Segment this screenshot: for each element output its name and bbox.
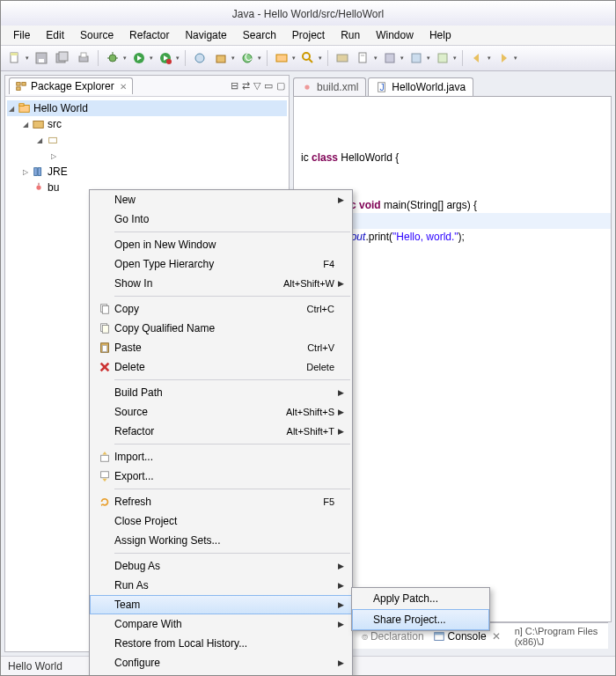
new-java-class-button[interactable] [191,49,209,67]
dropdown-arrow-icon[interactable]: ▾ [488,55,491,62]
context-menu-item[interactable]: RefreshF5 [90,492,352,511]
context-menu-item[interactable]: PasteCtrl+V [90,338,352,357]
dropdown-arrow-icon[interactable]: ▾ [374,55,378,62]
collapse-all-icon[interactable]: ⊟ [231,80,238,92]
generic-button[interactable] [434,49,451,67]
expand-icon[interactable]: ▷ [21,168,30,176]
open-type-button[interactable] [273,49,290,67]
close-icon[interactable]: ✕ [492,630,501,643]
editor-tab-buildxml[interactable]: build.xml [293,77,366,96]
context-menu-item[interactable]: Assign Working Sets... [90,531,352,550]
run-last-button[interactable] [157,49,174,67]
dropdown-arrow-icon[interactable]: ▾ [292,55,296,62]
menu-run[interactable]: Run [334,27,367,43]
menu-file[interactable]: File [6,27,37,43]
context-menu-item[interactable]: Configure▶ [90,653,352,672]
dropdown-arrow-icon[interactable]: ▾ [176,55,180,62]
svg-rect-3 [39,59,44,62]
dropdown-arrow-icon[interactable]: ▾ [150,55,153,62]
dropdown-arrow-icon[interactable]: ▾ [26,55,29,62]
context-menu-item[interactable]: Open in New Window [90,235,352,254]
dropdown-arrow-icon[interactable]: ▾ [231,55,235,62]
maximize-icon[interactable]: ▢ [276,80,285,92]
context-menu-item[interactable]: New▶ [90,190,352,209]
tree-package[interactable]: ◢ [7,132,287,148]
main-area: Package Explorer ✕ ⊟ ⇄ ▽ ▭ ▢ ◢ Hello Wor… [1,71,615,656]
view-menu-icon[interactable]: ▽ [253,80,260,92]
menu-window[interactable]: Window [369,27,421,43]
context-menu-item[interactable]: Export... [90,467,352,486]
submenu-item[interactable]: Apply Patch... [352,588,489,609]
menu-item-label: Debug As [114,560,334,572]
context-menu-item[interactable]: Compare With▶ [90,614,352,634]
context-menu-item[interactable]: Copy Qualified Name [90,319,352,338]
dropdown-arrow-icon[interactable]: ▾ [400,55,404,62]
link-editor-icon[interactable]: ⇄ [242,80,250,92]
minimize-icon[interactable]: ▭ [264,80,273,92]
dropdown-arrow-icon[interactable]: ▾ [453,55,457,62]
context-menu-item[interactable]: Go Into [90,209,352,229]
svg-rect-40 [38,168,41,176]
close-icon[interactable]: ✕ [120,82,127,92]
expand-icon[interactable]: ◢ [21,121,30,129]
context-menu-item[interactable]: RefactorAlt+Shift+T▶ [90,422,352,441]
save-button[interactable] [33,49,50,67]
back-button[interactable] [468,49,486,67]
context-menu-item[interactable]: Restore from Local History... [90,634,352,653]
context-menu-item[interactable]: Close Project [90,511,352,531]
dropdown-arrow-icon[interactable]: ▾ [319,55,322,62]
context-menu-item[interactable]: Run As▶ [90,576,352,595]
debug-button[interactable] [104,49,121,67]
context-menu-item[interactable]: DeleteDelete [90,357,352,377]
context-menu-item[interactable]: Open Type HierarchyF4 [90,254,352,274]
svg-rect-33 [22,83,26,86]
generic-button[interactable] [407,49,425,67]
menu-refactor[interactable]: Refactor [122,27,176,43]
new-package-button[interactable] [212,49,230,67]
forward-button[interactable] [495,49,512,67]
context-menu-item[interactable]: CopyCtrl+C [90,299,352,319]
context-menu-item[interactable]: SourceAlt+Shift+S▶ [90,402,352,422]
context-menu-item[interactable]: Debug As▶ [90,556,352,576]
search-button[interactable] [299,49,317,67]
tree-item[interactable]: ▷ [7,148,287,164]
context-menu-item[interactable]: Team▶ [90,595,352,614]
run-button[interactable] [130,49,148,67]
context-menu-item[interactable]: Build Path▶ [90,383,352,402]
submenu-item[interactable]: Share Project... [352,609,489,630]
expand-icon[interactable]: ◢ [7,105,16,113]
expand-icon[interactable]: ▷ [49,152,58,160]
dropdown-arrow-icon[interactable]: ▾ [427,55,430,62]
svg-rect-38 [49,137,57,143]
tree-src[interactable]: ◢ src [7,116,287,132]
format-button[interactable] [355,49,372,67]
menu-source[interactable]: Source [73,27,121,43]
dropdown-arrow-icon[interactable]: ▾ [123,55,127,62]
menu-search[interactable]: Search [236,27,283,43]
svg-text:C: C [245,51,253,63]
tab-declaration[interactable]: ⌾Declaration [362,630,424,643]
tree-jre-label: JRE [48,165,68,178]
print-button[interactable] [75,49,92,67]
tab-console[interactable]: Console ✕ [433,630,501,643]
new-button[interactable] [6,49,24,67]
menu-help[interactable]: Help [422,27,458,43]
toggle-button[interactable] [334,49,351,67]
project-tree[interactable]: ◢ Hello World ◢ src ◢ ▷ ▷ JRE [5,97,289,199]
menu-navigate[interactable]: Navigate [178,27,233,43]
tree-project[interactable]: ◢ Hello World [7,100,287,116]
dropdown-arrow-icon[interactable]: ▾ [258,55,261,62]
dropdown-arrow-icon[interactable]: ▾ [514,55,517,62]
menu-project[interactable]: Project [285,27,332,43]
context-menu-item[interactable]: Show InAlt+Shift+W▶ [90,274,352,293]
new-class-button[interactable]: C [238,49,256,67]
package-explorer-tab[interactable]: Package Explorer ✕ [9,77,133,94]
context-menu-item[interactable]: Import... [90,447,352,467]
editor-tab-helloworld[interactable]: J HelloWorld.java [368,77,473,96]
svg-rect-56 [101,455,109,461]
tree-jre[interactable]: ▷ JRE [7,164,287,180]
expand-icon[interactable]: ◢ [35,136,44,144]
save-all-button[interactable] [54,49,71,67]
generic-button[interactable] [381,49,399,67]
menu-edit[interactable]: Edit [39,27,71,43]
